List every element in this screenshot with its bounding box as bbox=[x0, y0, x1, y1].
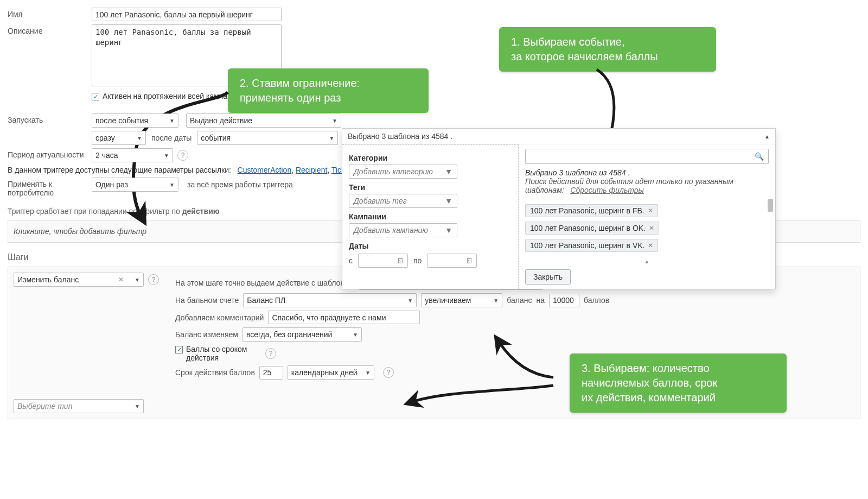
launch-date-of-select[interactable]: события▼ bbox=[197, 131, 338, 145]
close-icon[interactable]: ✕ bbox=[648, 207, 653, 214]
select-step-type[interactable]: Выберите тип▼ bbox=[14, 399, 144, 413]
date-from-input[interactable]: 🗓 bbox=[358, 254, 408, 268]
chevron-down-icon: ▼ bbox=[135, 277, 140, 283]
checkmark-icon: ✓ bbox=[92, 93, 99, 100]
description-label: Описание bbox=[8, 24, 92, 35]
apply-to-consumer-select[interactable]: Один раз▼ bbox=[92, 178, 178, 192]
date-to-input[interactable]: 🗓 bbox=[427, 254, 477, 268]
trigger-fire-prefix: Триггер сработает при попадании под филь… bbox=[8, 207, 182, 216]
selected-template-chip[interactable]: 100 лет Panasonic, шеринг в OK.✕ bbox=[525, 222, 659, 235]
close-icon[interactable]: ✕ bbox=[648, 242, 653, 249]
chevron-down-icon: ▼ bbox=[407, 298, 413, 304]
balance-account-select[interactable]: Баланс ПЛ▼ bbox=[243, 293, 417, 307]
apply-to-consumer-label: Применять к потребителю bbox=[8, 178, 92, 197]
chevron-down-icon: ▼ bbox=[445, 226, 452, 235]
chevron-down-icon: ▼ bbox=[169, 182, 175, 188]
search-icon: 🔍 bbox=[755, 152, 764, 161]
tags-label: Теги bbox=[349, 183, 512, 192]
callout-2: 2. Ставим ограничение: применять один ра… bbox=[228, 68, 429, 113]
reset-filters-link[interactable]: Сбросить фильтры bbox=[570, 186, 644, 194]
step-template-label: На этом шаге точно выдаем действие с шаб… bbox=[175, 279, 354, 287]
param-link-customeraction[interactable]: CustomerAction bbox=[238, 166, 292, 174]
chevron-up-icon[interactable]: ▲ bbox=[644, 258, 650, 264]
available-params-text: В данном триггере доступны следующие пар… bbox=[8, 166, 231, 174]
points-expiry-label: Срок действия баллов bbox=[175, 368, 255, 377]
help-icon[interactable]: ? bbox=[148, 274, 159, 285]
templates-dropdown-panel: Выбрано 3 шаблона из 4584 . ▲ Категории … bbox=[342, 128, 776, 289]
help-icon[interactable]: ? bbox=[177, 150, 188, 161]
launch-event-select[interactable]: Выдано действие▼ bbox=[186, 113, 341, 128]
categories-label: Категории bbox=[349, 154, 512, 162]
calendar-icon: 🗓 bbox=[465, 256, 473, 265]
date-to-label: по bbox=[413, 256, 422, 265]
step-type-select[interactable]: Изменить баланс ✕▼ bbox=[14, 273, 144, 287]
balance-change-label: Баланс изменяем bbox=[175, 330, 238, 339]
campaigns-label: Кампании bbox=[349, 212, 512, 221]
launch-label: Запускать bbox=[8, 113, 92, 124]
add-comment-label: Добавляем комментарий bbox=[175, 313, 264, 322]
add-category-select[interactable]: Добавить категорию▼ bbox=[349, 165, 457, 179]
chevron-down-icon: ▼ bbox=[445, 167, 452, 176]
param-link-recipient[interactable]: Recipient bbox=[296, 166, 327, 174]
date-from-label: с bbox=[349, 256, 353, 265]
callout-3: 3. Выбираем: количество начисляемых балл… bbox=[570, 353, 787, 413]
by-word: на bbox=[536, 296, 545, 305]
trigger-work-suffix: за всё время работы триггера bbox=[187, 180, 293, 189]
close-icon[interactable]: ✕ bbox=[649, 224, 654, 232]
selected-template-chip[interactable]: 100 лет Panasonic, шеринг в FB.✕ bbox=[525, 204, 658, 217]
add-campaign-select[interactable]: Добавить кампанию▼ bbox=[349, 223, 457, 237]
comment-input[interactable] bbox=[268, 311, 420, 324]
chevron-down-icon: ▼ bbox=[137, 135, 142, 141]
selected-summary: Выбрано 3 шаблона из 4584 . bbox=[525, 168, 630, 177]
scrollbar[interactable] bbox=[768, 199, 773, 258]
chevron-down-icon: ▼ bbox=[365, 370, 371, 376]
help-icon[interactable]: ? bbox=[265, 348, 276, 359]
relevance-period-select[interactable]: 2 часа▼ bbox=[92, 148, 173, 162]
clear-icon[interactable]: ✕ bbox=[118, 276, 124, 283]
relevance-period-label: Период актуальности bbox=[8, 148, 92, 159]
callout-1: 1. Выбираем событие, за которое начисляе… bbox=[499, 27, 716, 72]
chevron-down-icon: ▼ bbox=[332, 118, 337, 124]
balance-account-label: На бальном счете bbox=[175, 296, 239, 305]
chevron-down-icon: ▼ bbox=[164, 153, 169, 159]
active-thru-campaign-label: Активен на протяжении всей кампании bbox=[103, 92, 240, 100]
chevron-down-icon: ▼ bbox=[329, 135, 334, 141]
name-input[interactable] bbox=[92, 8, 282, 21]
selected-template-chip[interactable]: 100 лет Panasonic, шеринг в VK.✕ bbox=[525, 239, 658, 252]
chevron-down-icon: ▼ bbox=[169, 118, 175, 124]
chevron-down-icon: ▼ bbox=[353, 332, 358, 338]
chevron-down-icon: ▼ bbox=[445, 197, 452, 205]
chevron-up-icon[interactable]: ▲ bbox=[764, 134, 770, 140]
points-word: баллов bbox=[584, 296, 609, 305]
panel-header-text: Выбрано 3 шаблона из 4584 . bbox=[348, 132, 452, 141]
trigger-fire-bold: действию bbox=[182, 207, 220, 216]
calendar-icon: 🗓 bbox=[397, 256, 404, 265]
points-expiry-checkbox-label: Баллы со сроком действия bbox=[186, 345, 257, 362]
after-date-label: после даты bbox=[151, 134, 192, 142]
checkmark-icon: ✓ bbox=[175, 346, 183, 353]
points-expiry-input[interactable] bbox=[259, 366, 283, 380]
chevron-down-icon: ▼ bbox=[493, 298, 499, 304]
close-button[interactable]: Закрыть bbox=[525, 269, 571, 285]
help-icon[interactable]: ? bbox=[383, 367, 394, 378]
launch-when-select[interactable]: сразу▼ bbox=[92, 131, 146, 145]
balance-word: баланс bbox=[507, 296, 532, 305]
points-amount-input[interactable] bbox=[549, 294, 579, 307]
points-expiry-unit-select[interactable]: календарных дней▼ bbox=[288, 365, 374, 380]
launch-timing-select[interactable]: после события▼ bbox=[92, 113, 178, 128]
points-expiry-checkbox[interactable]: ✓ Баллы со сроком действия bbox=[175, 345, 257, 362]
balance-change-select[interactable]: всегда, без ограничений▼ bbox=[242, 327, 362, 342]
chevron-down-icon: ▼ bbox=[135, 403, 140, 409]
name-label: Имя bbox=[8, 8, 92, 18]
balance-op-select[interactable]: увеличиваем▼ bbox=[421, 293, 502, 307]
templates-search-input[interactable]: 🔍 bbox=[525, 149, 769, 164]
dates-label: Даты bbox=[349, 242, 512, 250]
add-tag-select[interactable]: Добавить тег▼ bbox=[349, 194, 457, 208]
